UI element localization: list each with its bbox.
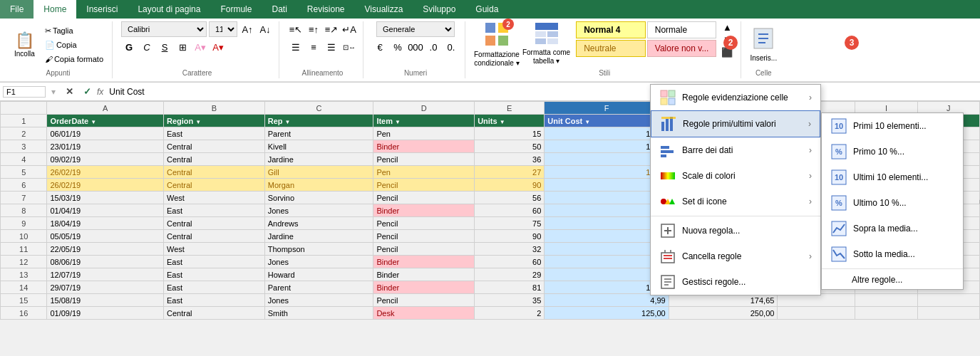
align-top-center-button[interactable]: ≡↑ <box>306 21 321 37</box>
cell-a10[interactable]: 05/05/19 <box>47 230 164 243</box>
formattazione-condizionale-button[interactable]: 2 Formattazionecondizionale ▾ <box>474 21 520 68</box>
cell-c10[interactable]: Jardine <box>264 230 373 243</box>
cell-a14[interactable]: 29/07/19 <box>47 281 164 294</box>
cell-c16[interactable]: Smith <box>264 307 373 320</box>
style-normal4[interactable]: Normal 4 <box>576 21 646 38</box>
paste-button[interactable]: 📋 Incolla <box>10 28 39 61</box>
cell-b6[interactable]: Central <box>163 179 264 192</box>
cell-d7[interactable]: Pencil <box>373 192 475 204</box>
cell-c7[interactable]: Sorvino <box>264 192 373 204</box>
cell-d14[interactable]: Binder <box>373 281 475 294</box>
formula-input[interactable] <box>106 86 977 98</box>
cell-b16[interactable]: Central <box>163 307 264 320</box>
cell-c6[interactable]: Morgan <box>264 179 373 192</box>
col-header-d[interactable]: D <box>373 102 475 115</box>
menu-primi-10[interactable]: 10 Primi 10 elementi... <box>822 113 963 139</box>
cell-b8[interactable]: East <box>163 204 264 217</box>
menu-scale-colori[interactable]: Scale di colori › <box>651 163 820 189</box>
cell-e6[interactable]: 90 <box>475 179 545 192</box>
cell-b5[interactable]: Central <box>163 166 264 179</box>
align-top-right-button[interactable]: ≡↗ <box>324 21 339 37</box>
cell-a8[interactable]: 01/04/19 <box>47 204 164 217</box>
cell-d15[interactable]: Pencil <box>373 294 475 307</box>
merge-center-button[interactable]: ⊡↔ <box>341 39 357 55</box>
col-header-a[interactable]: A <box>47 102 164 115</box>
cell-c15[interactable]: Jones <box>264 294 373 307</box>
cell-a6[interactable]: 26/02/19 <box>47 179 164 192</box>
cell-c4[interactable]: Jardine <box>264 153 373 166</box>
cell-c5[interactable]: Gill <box>264 166 373 179</box>
cell-b11[interactable]: West <box>163 243 264 256</box>
cell-c14[interactable]: Parent <box>264 281 373 294</box>
cell-c13[interactable]: Howard <box>264 268 373 281</box>
thousands-button[interactable]: 000 <box>408 39 423 55</box>
cell-e10[interactable]: 90 <box>475 230 545 243</box>
tab-guida[interactable]: Guida <box>465 0 508 19</box>
cell-reference-input[interactable] <box>3 86 46 98</box>
col-header-c[interactable]: C <box>264 102 373 115</box>
cell-c3[interactable]: Kivell <box>264 140 373 153</box>
menu-set-icone[interactable]: Set di icone › <box>651 189 820 214</box>
menu-primo-10-perc[interactable]: % Primo 10 %... <box>822 139 963 164</box>
cell-e15[interactable]: 35 <box>475 294 545 307</box>
cell-a11[interactable]: 22/05/19 <box>47 243 164 256</box>
cell-a7[interactable]: 15/03/19 <box>47 192 164 204</box>
wrap-text-button[interactable]: ↵A <box>341 21 357 37</box>
cell-b15[interactable]: East <box>163 294 264 307</box>
cell-d6[interactable]: Pencil <box>373 179 475 192</box>
increase-decimal-button[interactable]: .0 <box>425 39 441 55</box>
cell-c12[interactable]: Jones <box>264 256 373 268</box>
align-top-left-button[interactable]: ≡↖ <box>288 21 304 37</box>
cell-g16[interactable]: 250,00 <box>669 307 778 320</box>
cell-e9[interactable]: 75 <box>475 217 545 230</box>
cell-d12[interactable]: Binder <box>373 256 475 268</box>
cell-a16[interactable]: 01/09/19 <box>47 307 164 320</box>
cell-a13[interactable]: 12/07/19 <box>47 268 164 281</box>
italic-button[interactable]: C <box>139 39 155 55</box>
cell-e3[interactable]: 50 <box>475 140 545 153</box>
menu-cancella-regole[interactable]: Cancella regole › <box>651 244 820 269</box>
cell-j16[interactable] <box>917 307 979 320</box>
cell-f16[interactable]: 125,00 <box>545 307 669 320</box>
decrease-decimal-button[interactable]: 0. <box>443 39 459 55</box>
font-name-select[interactable]: Calibri <box>121 21 207 37</box>
cell-g15[interactable]: 174,65 <box>669 294 778 307</box>
cell-b13[interactable]: East <box>163 268 264 281</box>
cell-e1[interactable]: Units ▼ <box>475 115 545 127</box>
cell-d10[interactable]: Pencil <box>373 230 475 243</box>
menu-barre-dati[interactable]: Barre dei dati › <box>651 137 820 163</box>
cell-a2[interactable]: 06/01/19 <box>47 127 164 140</box>
tab-inserisci[interactable]: Inserisci <box>76 0 128 19</box>
fill-color-button[interactable]: A▾ <box>192 39 208 55</box>
cell-b2[interactable]: East <box>163 127 264 140</box>
menu-gestisci-regole[interactable]: Gestisci regole... <box>651 269 820 295</box>
cell-a5[interactable]: 26/02/19 <box>47 166 164 179</box>
cut-button[interactable]: ✂ Taglia <box>42 25 106 37</box>
menu-altre-regole[interactable]: Altre regole... <box>822 271 963 289</box>
tab-formule[interactable]: Formule <box>210 0 262 19</box>
cell-a15[interactable]: 15/08/19 <box>47 294 164 307</box>
cell-d4[interactable]: Pencil <box>373 153 475 166</box>
cell-c1[interactable]: Rep ▼ <box>264 115 373 127</box>
cell-e2[interactable]: 15 <box>475 127 545 140</box>
underline-button[interactable]: S <box>157 39 172 55</box>
cell-d13[interactable]: Binder <box>373 268 475 281</box>
cell-c2[interactable]: Parent <box>264 127 373 140</box>
cell-d2[interactable]: Pen <box>373 127 475 140</box>
cell-d3[interactable]: Binder <box>373 140 475 153</box>
cell-e4[interactable]: 36 <box>475 153 545 166</box>
inserisci-button[interactable]: Inseris... <box>750 27 777 62</box>
align-left-button[interactable]: ☰ <box>288 39 304 55</box>
cell-a9[interactable]: 18/04/19 <box>47 217 164 230</box>
style-valore-non[interactable]: Valore non v... <box>647 40 717 57</box>
cell-e14[interactable]: 81 <box>475 281 545 294</box>
font-size-select[interactable]: 11 <box>209 21 237 37</box>
cell-e7[interactable]: 56 <box>475 192 545 204</box>
format-as-table-button[interactable]: Formatta cometabella ▾ <box>522 21 570 66</box>
cell-h16[interactable] <box>778 307 855 320</box>
cell-b10[interactable]: Central <box>163 230 264 243</box>
tab-layout[interactable]: Layout di pagina <box>128 0 210 19</box>
cell-b12[interactable]: East <box>163 256 264 268</box>
align-center-button[interactable]: ≡ <box>306 39 321 55</box>
cell-h15[interactable] <box>778 294 855 307</box>
